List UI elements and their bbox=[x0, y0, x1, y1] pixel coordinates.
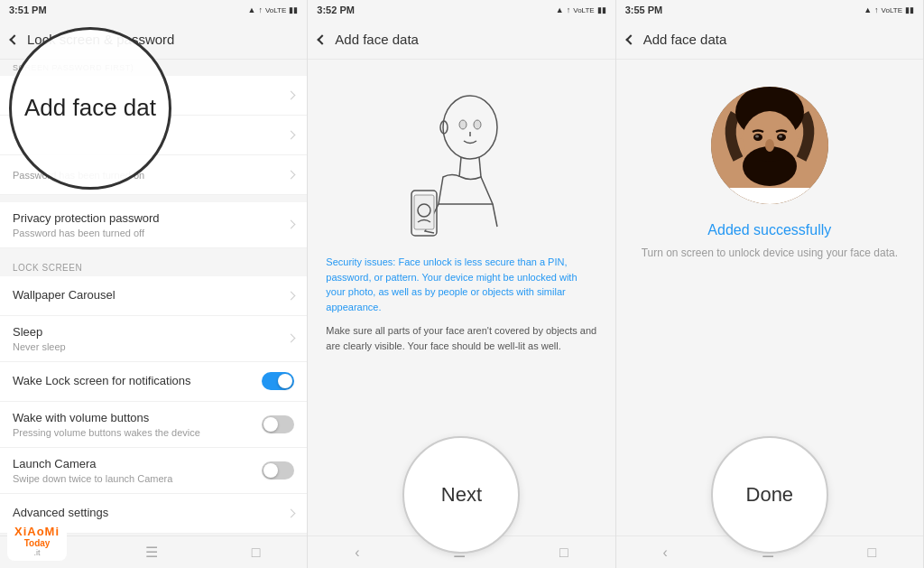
wifi-icon-3: ↑ bbox=[874, 5, 879, 14]
face-illustration-area: Security issues: Face unlock is less sec… bbox=[308, 60, 614, 445]
launch-camera-subtitle: Swipe down twice to launch Camera bbox=[13, 473, 262, 484]
time-1: 3:51 PM bbox=[9, 5, 47, 15]
wake-volume-title: Wake with volume buttons bbox=[13, 411, 262, 426]
signal-icon-1: ▲ bbox=[247, 5, 255, 14]
status-bar-3: 3:55 PM ▲ ↑ VoLTE ▮▮ bbox=[616, 0, 923, 20]
nav-recent-icon-1[interactable]: □ bbox=[252, 545, 261, 561]
advanced-title: Advanced settings bbox=[13, 506, 288, 521]
header-title-3: Add face data bbox=[643, 32, 727, 47]
bottom-btn-area-2: Next bbox=[308, 445, 614, 535]
watermark: XiAoMi Today .it bbox=[7, 521, 67, 561]
time-3: 3:55 PM bbox=[625, 5, 663, 15]
svg-rect-4 bbox=[414, 195, 434, 229]
status-bar-2: 3:52 PM ▲ ↑ VoLTE ▮▮ bbox=[308, 0, 614, 20]
face-svg bbox=[389, 78, 533, 240]
volte-2: VoLTE bbox=[573, 6, 594, 14]
battery-2: ▮▮ bbox=[597, 5, 606, 14]
back-button-2[interactable]: Add face data bbox=[319, 32, 419, 47]
nav-home-icon-1[interactable]: ☰ bbox=[145, 544, 158, 561]
status-icons-2: ▲ ↑ VoLTE ▮▮ bbox=[556, 5, 606, 14]
svg-rect-21 bbox=[729, 188, 810, 204]
setting-item-wake-volume[interactable]: Wake with volume buttons Pressing volume… bbox=[0, 402, 307, 448]
wifi-icon-1: ↑ bbox=[258, 5, 263, 14]
signal-icon-2: ▲ bbox=[556, 5, 564, 14]
success-sub: Turn on screen to unlock device using yo… bbox=[642, 246, 898, 261]
status-icons-3: ▲ ↑ VoLTE ▮▮ bbox=[864, 5, 914, 14]
chevron-sleep bbox=[287, 334, 296, 343]
svg-point-6 bbox=[459, 120, 467, 129]
settings-group-privacy: Privacy protection password Password has… bbox=[0, 202, 307, 248]
make-sure-text: Make sure all parts of your face aren't … bbox=[326, 323, 596, 353]
volte-1: VoLTE bbox=[265, 6, 286, 14]
sleep-title: Sleep bbox=[13, 325, 288, 340]
chevron-1 bbox=[287, 91, 296, 100]
add-face-data-text: Add face dat bbox=[15, 85, 165, 131]
bottom-btn-area-3: Done bbox=[616, 445, 923, 535]
svg-point-7 bbox=[474, 120, 481, 129]
face-line-illustration bbox=[389, 78, 533, 240]
privacy-subtitle: Password has been turned off bbox=[13, 228, 288, 238]
face-photo-svg bbox=[711, 87, 828, 204]
wake-volume-subtitle: Pressing volume buttons wakes the device bbox=[13, 427, 262, 438]
wake-lock-toggle[interactable] bbox=[262, 372, 294, 390]
status-bar-1: 3:51 PM ▲ ↑ VoLTE ▮▮ bbox=[0, 0, 307, 20]
signal-icon-3: ▲ bbox=[864, 5, 872, 14]
privacy-title: Privacy protection password bbox=[13, 211, 288, 227]
done-button[interactable]: Done bbox=[711, 436, 828, 554]
volte-3: VoLTE bbox=[882, 6, 902, 14]
watermark-today: Today bbox=[24, 538, 51, 548]
security-text: Security issues: Face unlock is less sec… bbox=[326, 255, 596, 314]
svg-line-2 bbox=[479, 157, 481, 177]
watermark-brand: XiAoMi bbox=[14, 525, 60, 538]
next-button[interactable]: Next bbox=[402, 436, 520, 554]
watermark-it: .it bbox=[34, 548, 41, 557]
battery-1: ▮▮ bbox=[289, 5, 298, 14]
header-title-2: Add face data bbox=[335, 32, 419, 47]
done-button-label: Done bbox=[746, 483, 794, 507]
chevron-3 bbox=[287, 171, 296, 180]
launch-camera-toggle[interactable] bbox=[262, 461, 294, 480]
panel-lock-screen: 3:51 PM ▲ ↑ VoLTE ▮▮ Lock screen & passw… bbox=[0, 0, 308, 568]
wallpaper-title: Wallpaper Carousel bbox=[13, 288, 288, 303]
back-chevron-3 bbox=[625, 34, 635, 44]
status-icons-1: ▲ ↑ VoLTE ▮▮ bbox=[247, 5, 298, 14]
face-avatar bbox=[711, 87, 828, 204]
back-chevron-2 bbox=[318, 34, 328, 44]
setting-item-wallpaper[interactable]: Wallpaper Carousel bbox=[0, 276, 307, 316]
nav-back-icon-3[interactable]: ‹ bbox=[663, 545, 668, 561]
svg-point-16 bbox=[765, 139, 774, 152]
chevron-2 bbox=[287, 131, 296, 140]
setting-item-privacy[interactable]: Privacy protection password Password has… bbox=[0, 202, 307, 248]
panel-added-successfully: 3:55 PM ▲ ↑ VoLTE ▮▮ Add face data bbox=[616, 0, 924, 568]
section-label-lock: LOCK SCREEN bbox=[0, 256, 307, 276]
wake-volume-toggle[interactable] bbox=[262, 415, 294, 433]
settings-group-lock: Wallpaper Carousel Sleep Never sleep Wak… bbox=[0, 276, 307, 534]
setting-item-launch-camera[interactable]: Launch Camera Swipe down twice to launch… bbox=[0, 448, 307, 494]
panel-add-face-data: 3:52 PM ▲ ↑ VoLTE ▮▮ Add face data bbox=[308, 0, 615, 568]
time-2: 3:52 PM bbox=[317, 5, 355, 15]
back-chevron-1 bbox=[9, 34, 19, 44]
next-button-label: Next bbox=[441, 483, 482, 507]
chevron-advanced bbox=[287, 508, 296, 517]
header-bar-3: Add face data bbox=[616, 20, 923, 60]
header-bar-2: Add face data bbox=[308, 20, 614, 60]
chevron-wallpaper bbox=[287, 291, 296, 300]
setting-item-wake-lock[interactable]: Wake Lock screen for notifications bbox=[0, 362, 307, 402]
wake-lock-title: Wake Lock screen for notifications bbox=[13, 374, 262, 389]
wifi-icon-2: ↑ bbox=[567, 5, 571, 14]
svg-point-19 bbox=[755, 135, 759, 138]
chevron-privacy bbox=[287, 220, 296, 229]
sleep-subtitle: Never sleep bbox=[13, 341, 288, 352]
setting-item-sleep[interactable]: Sleep Never sleep bbox=[0, 316, 307, 362]
gap-1 bbox=[0, 195, 307, 202]
nav-recent-icon-2[interactable]: □ bbox=[559, 545, 568, 561]
gap-2 bbox=[0, 248, 307, 256]
battery-3: ▮▮ bbox=[905, 5, 914, 14]
face-photo-area: Added successfully Turn on screen to unl… bbox=[616, 60, 923, 445]
nav-recent-icon-3[interactable]: □ bbox=[867, 545, 876, 561]
success-title: Added successfully bbox=[707, 222, 831, 238]
add-face-data-overlay: Add face dat bbox=[9, 27, 171, 190]
svg-point-0 bbox=[443, 96, 497, 159]
back-button-3[interactable]: Add face data bbox=[627, 32, 727, 47]
nav-back-icon-2[interactable]: ‹ bbox=[355, 545, 359, 561]
